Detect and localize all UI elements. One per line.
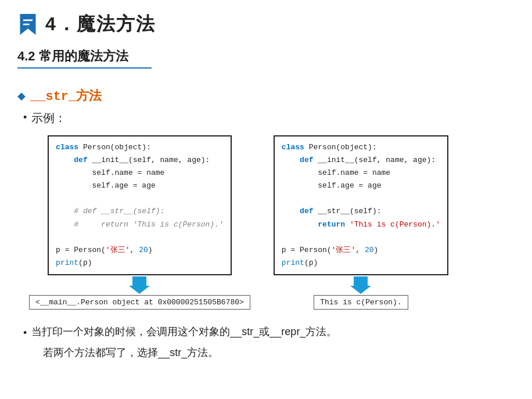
bottom-line2: 若两个方法都写了，选择__str_方法。 <box>31 343 337 362</box>
bottom-line1: 当打印一个对象的时候，会调用这个对象的__str_或__repr_方法。 <box>31 322 337 341</box>
code-examples-container: class Person(object): def __init__(self,… <box>29 135 515 310</box>
main-title: 4．魔法方法 <box>45 12 156 37</box>
right-code-block-wrapper: class Person(object): def __init__(self,… <box>274 135 448 310</box>
left-code-block-wrapper: class Person(object): def __init__(self,… <box>29 135 250 310</box>
bottom-description: • 当打印一个对象的时候，会调用这个对象的__str_或__repr_方法。 若… <box>17 322 515 365</box>
right-output-box: This is c(Person). <box>314 295 408 310</box>
left-output-text: <__main__.Person object at 0x00000251505… <box>35 298 244 307</box>
bottom-bullet-1: • 当打印一个对象的时候，会调用这个对象的__str_或__repr_方法。 若… <box>23 322 515 365</box>
bullet-dot-icon: • <box>23 112 27 124</box>
left-code-box: class Person(object): def __init__(self,… <box>48 135 232 275</box>
section-heading-wrapper: 4.2 常用的魔法方法 <box>17 48 515 81</box>
diamond-icon: ◆ <box>17 91 26 101</box>
section-heading: 4.2 常用的魔法方法 <box>17 48 152 69</box>
bookmark-icon <box>17 14 38 35</box>
right-output-text: This is c(Person). <box>320 298 401 307</box>
svg-marker-4 <box>350 276 371 294</box>
left-arrow-down-icon <box>129 276 150 294</box>
page-title-section: 4．魔法方法 <box>17 12 515 37</box>
svg-marker-3 <box>129 276 150 294</box>
example-label: 示例： <box>31 110 66 126</box>
left-output-box: <__main__.Person object at 0x00000251505… <box>29 295 250 310</box>
right-code-box: class Person(object): def __init__(self,… <box>274 135 448 275</box>
right-arrow-down-icon <box>350 276 371 294</box>
str-method-label: __str_方法 <box>30 87 102 105</box>
bottom-dot-1: • <box>23 323 27 342</box>
main-bullet-str: ◆ __str_方法 <box>17 87 515 105</box>
sub-bullet-example: • 示例： <box>17 110 515 126</box>
